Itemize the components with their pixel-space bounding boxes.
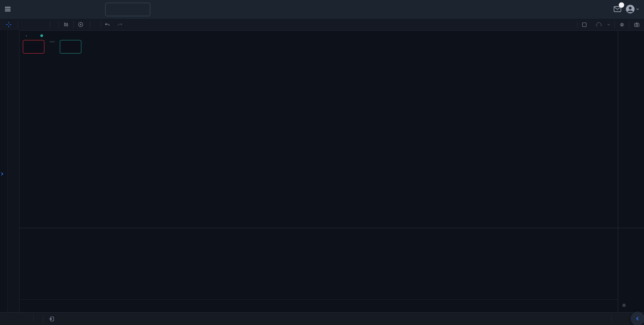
compare-button[interactable] — [74, 19, 90, 30]
camera-icon — [634, 22, 640, 28]
top-bar — [0, 0, 644, 19]
price-scale[interactable] — [618, 30, 644, 312]
menu-icon[interactable] — [3, 5, 12, 13]
goto-date-icon — [48, 316, 55, 322]
price-chart-canvas[interactable] — [19, 30, 618, 228]
expand-panel-button[interactable] — [0, 171, 5, 177]
candles-icon — [63, 22, 69, 28]
axis-settings-button[interactable] — [621, 302, 627, 308]
crosshair-icon — [5, 21, 12, 28]
drawing-toolbar — [0, 30, 19, 312]
account-menu[interactable] — [626, 4, 639, 14]
buy-button[interactable] — [60, 40, 81, 53]
redo-icon — [117, 22, 123, 28]
chevron-left-icon — [635, 316, 641, 322]
chart-toolbar — [0, 19, 644, 31]
interval-button[interactable] — [50, 19, 58, 30]
screenshot-button[interactable] — [630, 19, 644, 30]
new-order-button[interactable] — [105, 3, 150, 16]
notification-badge — [619, 2, 624, 8]
chart-legend — [23, 34, 81, 53]
avatar-icon — [626, 4, 635, 14]
chevron-down-icon — [607, 23, 610, 26]
notifications-button[interactable] — [613, 5, 622, 13]
undo-button[interactable] — [101, 19, 114, 30]
market-open-dot — [40, 34, 43, 37]
spread-value — [49, 41, 55, 42]
chart-settings-button[interactable] — [615, 19, 629, 30]
sell-button[interactable] — [23, 40, 44, 53]
layout-select-button[interactable] — [577, 19, 591, 30]
gear-icon — [619, 22, 625, 28]
activtrader-app — [0, 0, 644, 325]
cloud-save-button[interactable] — [591, 19, 614, 30]
dot-separator — [26, 35, 27, 36]
chevron-down-icon — [636, 7, 639, 11]
indicators-button[interactable] — [90, 19, 101, 30]
spread-display — [45, 40, 59, 42]
bottom-toolbar — [0, 312, 644, 325]
goto-date-button[interactable] — [48, 316, 55, 322]
layout-icon — [581, 22, 587, 28]
pane-divider[interactable] — [19, 228, 644, 228]
rsi-canvas[interactable] — [19, 228, 618, 299]
time-axis[interactable] — [19, 299, 618, 313]
undo-icon — [104, 22, 111, 28]
compare-icon — [78, 22, 84, 28]
collapse-panel-button[interactable] — [631, 312, 644, 325]
redo-button[interactable] — [114, 19, 126, 30]
symbol-button[interactable] — [18, 19, 50, 30]
gear-icon — [621, 302, 627, 308]
cursor-tool-button[interactable] — [0, 19, 17, 30]
chart-style-button[interactable] — [59, 19, 73, 30]
cloud-icon — [595, 21, 602, 28]
